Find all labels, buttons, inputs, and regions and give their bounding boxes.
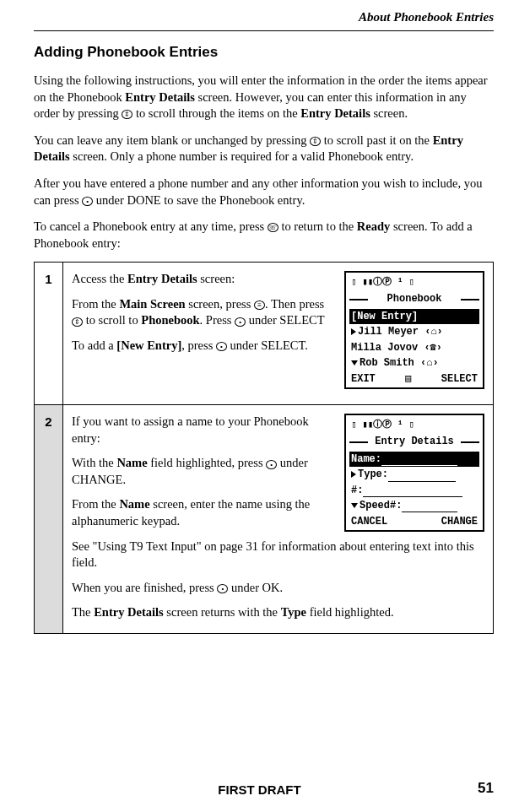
list-item: Milla Jovov ‹☎› <box>349 340 479 355</box>
text: With the <box>72 456 116 469</box>
footer-draft-label: FIRST DRAFT <box>0 782 519 798</box>
label: Name: <box>351 453 381 465</box>
text: Jill Meyer ‹⌂› <box>358 326 443 338</box>
scroll-icon: ⇕ <box>72 317 83 327</box>
step-row-1: 1 ▯ ▮▮ⓘⓅ ¹ ▯ Phonebook [New Entry] Jill … <box>35 263 494 405</box>
intro-paragraph-4: To cancel a Phonebook entry at any time,… <box>34 219 494 252</box>
text: to scroll to <box>83 313 141 327</box>
bold-text: Name <box>116 456 147 469</box>
status-bar: ▯ ▮▮ⓘⓅ ¹ ▯ <box>349 419 479 433</box>
down-arrow-icon <box>351 360 358 365</box>
text: screen. Only a phone number is required … <box>70 149 414 163</box>
phone-screenshot-entry-details: ▯ ▮▮ⓘⓅ ¹ ▯ Entry Details Name: Type: #: … <box>344 414 484 532</box>
down-arrow-icon <box>351 503 358 508</box>
text: screen: <box>197 272 235 285</box>
softkey-left: CANCEL <box>351 515 387 528</box>
text: under DONE to save the Phonebook entry. <box>93 193 305 207</box>
page-number: 51 <box>478 779 494 798</box>
text: Access the <box>72 272 127 285</box>
intro-paragraph-1: Using the following instructions, you wi… <box>34 73 494 122</box>
bold-text: Entry Details <box>127 272 197 285</box>
chapter-header: About Phonebook Entries <box>34 8 494 31</box>
bold-text: Main Screen <box>119 297 185 311</box>
bold-text: Entry Details <box>125 90 195 104</box>
step-number: 1 <box>35 263 63 405</box>
step-content-cell: ▯ ▮▮ⓘⓅ ¹ ▯ Entry Details Name: Type: #: … <box>63 405 494 634</box>
cursor-icon <box>351 328 356 335</box>
bold-text: Phonebook <box>141 313 199 327</box>
step-row-2: 2 ▯ ▮▮ⓘⓅ ¹ ▯ Entry Details Name: Type: #… <box>35 405 494 634</box>
text: When you are finished, press <box>72 581 217 594</box>
phone-screen-title: Entry Details <box>349 435 479 448</box>
text: , press <box>181 338 216 352</box>
status-bar: ▯ ▮▮ⓘⓅ ¹ ▯ <box>349 276 479 290</box>
text: . Press <box>200 313 235 327</box>
field-number: #: <box>349 483 479 498</box>
bold-text: Ready <box>357 219 390 233</box>
section-title: Adding Phonebook Entries <box>34 43 494 62</box>
text: field highlighted, press <box>148 456 267 469</box>
text: to scroll past it on the <box>321 133 433 147</box>
field-speed: Speed#: <box>349 498 479 513</box>
softkey-right: SELECT <box>441 372 478 386</box>
bold-text: Entry Details <box>94 605 164 619</box>
scroll-icon: ⇕ <box>122 110 132 119</box>
softkey-icon: • <box>216 342 227 351</box>
bold-text: [New Entry] <box>116 338 181 352</box>
softkey-icon: • <box>235 317 246 327</box>
intro-paragraph-3: After you have entered a phone number an… <box>34 176 494 208</box>
step-number: 2 <box>35 405 63 634</box>
text: under SELECT <box>246 313 324 327</box>
list-item: Rob Smith ‹⌂› <box>349 355 479 371</box>
text: The <box>72 605 94 619</box>
text: To cancel a Phonebook entry at any time,… <box>34 219 268 233</box>
label: #: <box>351 484 363 496</box>
step-content-cell: ▯ ▮▮ⓘⓅ ¹ ▯ Phonebook [New Entry] Jill Me… <box>63 263 494 405</box>
text: field highlighted. <box>306 605 394 619</box>
bold-text: Entry Details <box>300 106 370 120</box>
bold-text: Name <box>119 497 149 511</box>
text: to return to the <box>278 219 357 233</box>
text: screen, press <box>186 297 254 311</box>
label: Speed#: <box>360 500 402 512</box>
text: under OK. <box>228 581 283 594</box>
text: You can leave any item blank or unchange… <box>34 133 310 147</box>
softkey-right: CHANGE <box>441 515 478 528</box>
text: under SELECT. <box>227 338 308 352</box>
text: To add a <box>72 338 116 352</box>
menu-icon: ▤ <box>405 372 411 386</box>
softkey-icon: • <box>266 460 277 469</box>
cursor-icon <box>351 471 356 478</box>
list-item-new-entry: [New Entry] <box>349 309 479 324</box>
text: . Then press <box>265 297 324 311</box>
end-icon: ☏ <box>268 223 278 232</box>
text: Rob Smith ‹⌂› <box>360 357 439 369</box>
phone-screenshot-phonebook: ▯ ▮▮ⓘⓅ ¹ ▯ Phonebook [New Entry] Jill Me… <box>344 271 484 389</box>
scroll-icon: ⇕ <box>310 137 321 146</box>
text: From the <box>72 297 119 311</box>
text: screen. <box>370 106 408 120</box>
menu-icon: ≡ <box>254 300 265 310</box>
field-type: Type: <box>349 467 479 482</box>
text: to scroll through the items on the <box>132 106 300 120</box>
text: See "Using T9 Text Input" on page 31 for… <box>72 539 484 571</box>
phone-screen-title: Phonebook <box>349 292 479 306</box>
intro-paragraph-2: You can leave any item blank or unchange… <box>34 133 494 165</box>
steps-table: 1 ▯ ▮▮ⓘⓅ ¹ ▯ Phonebook [New Entry] Jill … <box>34 262 494 634</box>
field-name: Name: <box>349 452 479 467</box>
softkey-left: EXIT <box>351 372 376 386</box>
list-item: Jill Meyer ‹⌂› <box>349 324 479 339</box>
softkey-icon: • <box>217 584 228 593</box>
text: From the <box>72 497 119 511</box>
bold-text: Type <box>281 605 306 619</box>
label: Type: <box>358 468 388 480</box>
text: screen returns with the <box>164 605 281 619</box>
softkey-icon: • <box>82 197 93 206</box>
